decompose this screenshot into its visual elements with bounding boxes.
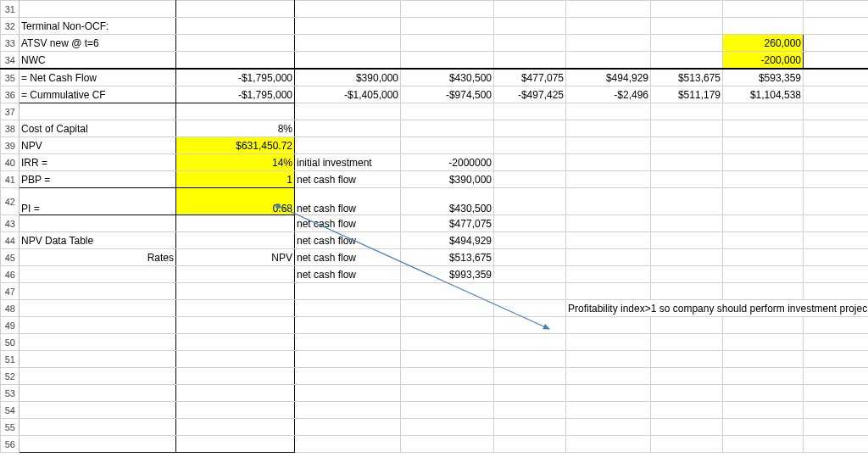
cell[interactable]: [176, 35, 295, 52]
row-39[interactable]: 39 NPV $631,450.72: [1, 137, 869, 154]
cell[interactable]: [651, 1, 723, 18]
cell[interactable]: [566, 266, 651, 283]
cell[interactable]: [494, 35, 566, 52]
cell-pi-value[interactable]: 0.68: [176, 188, 295, 215]
cell[interactable]: [176, 1, 295, 18]
cell[interactable]: -$1,405,000: [295, 86, 401, 103]
cell[interactable]: [19, 368, 176, 385]
cell[interactable]: $494,929: [566, 69, 651, 86]
cell[interactable]: [19, 266, 176, 283]
cell[interactable]: [295, 368, 401, 385]
cell[interactable]: net cash flow: [295, 232, 401, 249]
cell[interactable]: [494, 154, 566, 171]
cell[interactable]: [401, 103, 494, 120]
cell[interactable]: [723, 385, 804, 402]
cell[interactable]: [566, 1, 651, 18]
cell[interactable]: [494, 120, 566, 137]
cell[interactable]: [566, 249, 651, 266]
cell[interactable]: [494, 103, 566, 120]
cell[interactable]: [651, 137, 723, 154]
cell[interactable]: [401, 402, 494, 419]
cell[interactable]: [494, 232, 566, 249]
cell[interactable]: [295, 402, 401, 419]
cell[interactable]: [566, 334, 651, 351]
cell[interactable]: [401, 137, 494, 154]
cell[interactable]: [176, 215, 295, 232]
cell[interactable]: net cash flow: [295, 266, 401, 283]
cell[interactable]: [804, 86, 869, 103]
cell[interactable]: [494, 419, 566, 436]
cell[interactable]: [566, 232, 651, 249]
cell[interactable]: [804, 1, 869, 18]
cell-irr-value[interactable]: 14%: [176, 154, 295, 171]
cell[interactable]: [566, 385, 651, 402]
row-45[interactable]: 45 Rates NPV net cash flow $513,675: [1, 249, 869, 266]
cell[interactable]: [723, 334, 804, 351]
cell[interactable]: [804, 402, 869, 419]
cell[interactable]: $430,500: [401, 188, 494, 215]
cell[interactable]: [494, 52, 566, 70]
cell[interactable]: [651, 52, 723, 70]
cell[interactable]: [566, 120, 651, 137]
cell[interactable]: [723, 436, 804, 453]
cell[interactable]: [295, 385, 401, 402]
cell-npv-label[interactable]: NPV: [19, 137, 176, 154]
cell[interactable]: [295, 317, 401, 334]
cell[interactable]: [804, 154, 869, 171]
cell[interactable]: [295, 300, 401, 317]
cell[interactable]: [804, 283, 869, 300]
cell[interactable]: [804, 334, 869, 351]
row-31[interactable]: 31: [1, 1, 869, 18]
cell[interactable]: [651, 232, 723, 249]
cell[interactable]: [19, 103, 176, 120]
cell[interactable]: [723, 368, 804, 385]
cell[interactable]: [723, 188, 804, 215]
cell[interactable]: [494, 1, 566, 18]
cell[interactable]: net cash flow: [295, 215, 401, 232]
cell[interactable]: [566, 52, 651, 70]
cell[interactable]: [494, 351, 566, 368]
cell[interactable]: [651, 317, 723, 334]
cell[interactable]: [651, 18, 723, 35]
cell[interactable]: [566, 35, 651, 52]
cell[interactable]: $477,075: [401, 215, 494, 232]
cell[interactable]: [19, 283, 176, 300]
cell[interactable]: [401, 385, 494, 402]
row-43[interactable]: 43 net cash flow $477,075: [1, 215, 869, 232]
cell-npv-col[interactable]: NPV: [176, 249, 295, 266]
cell[interactable]: [651, 402, 723, 419]
spreadsheet-grid[interactable]: 31 32 Terminal Non-OCF: 33 ATSV new @ t=…: [0, 0, 868, 453]
cell[interactable]: [651, 35, 723, 52]
row-48[interactable]: 48 Profitability index>1 so company shou…: [1, 300, 869, 317]
cell[interactable]: [19, 419, 176, 436]
cell[interactable]: [494, 266, 566, 283]
cell[interactable]: [176, 402, 295, 419]
cell[interactable]: [295, 120, 401, 137]
cell[interactable]: [176, 18, 295, 35]
cell[interactable]: [651, 154, 723, 171]
cell[interactable]: [723, 266, 804, 283]
cell[interactable]: [494, 436, 566, 453]
cell[interactable]: [651, 120, 723, 137]
cell[interactable]: [723, 103, 804, 120]
cell[interactable]: net cash flow: [295, 249, 401, 266]
cell[interactable]: [19, 351, 176, 368]
cell-npv-value[interactable]: $631,450.72: [176, 137, 295, 154]
cell[interactable]: [804, 419, 869, 436]
cell[interactable]: [494, 385, 566, 402]
cell[interactable]: $390,000: [401, 171, 494, 188]
cell[interactable]: [804, 317, 869, 334]
cell[interactable]: [651, 188, 723, 215]
cell[interactable]: [723, 317, 804, 334]
row-34[interactable]: 34 NWC -200,000: [1, 52, 869, 70]
cell[interactable]: [566, 351, 651, 368]
row-54[interactable]: 54: [1, 402, 869, 419]
row-56[interactable]: 56: [1, 436, 869, 453]
cell[interactable]: [19, 402, 176, 419]
cell[interactable]: [176, 300, 295, 317]
cell[interactable]: [176, 283, 295, 300]
cell-initial-investment-value[interactable]: -2000000: [401, 154, 494, 171]
cell[interactable]: [19, 300, 176, 317]
row-33[interactable]: 33 ATSV new @ t=6 260,000: [1, 35, 869, 52]
cell[interactable]: [176, 103, 295, 120]
